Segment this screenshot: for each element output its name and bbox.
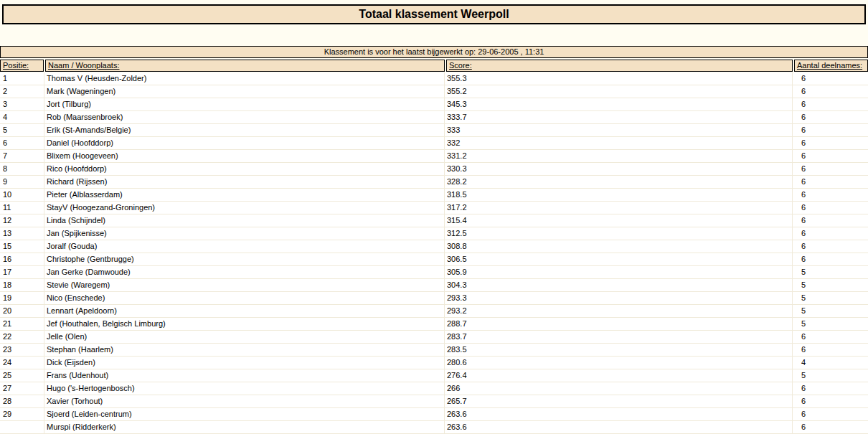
cell-score: 265.7: [445, 395, 793, 407]
cell-positie: 18: [0, 279, 44, 291]
cell-positie: 16: [0, 253, 44, 265]
cell-deelnames: 6: [793, 331, 868, 343]
cell-deelnames: 6: [793, 421, 868, 433]
cell-positie: 22: [0, 331, 44, 343]
cell-positie: 7: [0, 150, 44, 162]
cell-positie: 5: [0, 124, 44, 136]
cell-naam: Hugo ('s-Hertogenbosch): [44, 382, 445, 395]
cell-deelnames: 5: [793, 318, 868, 330]
cell-naam: Xavier (Torhout): [44, 395, 445, 407]
cell-score: 328.2: [445, 176, 793, 188]
cell-positie: 17: [0, 266, 44, 278]
cell-score: 283.5: [445, 344, 793, 356]
table-row: 27Hugo ('s-Hertogenbosch)2666: [0, 382, 868, 395]
cell-naam: Jan Gerke (Damwoude): [44, 266, 445, 278]
cell-deelnames: 6: [793, 202, 868, 214]
table-row: 4Rob (Maarssenbroek)333.76: [0, 111, 868, 124]
cell-score: 315.4: [445, 214, 793, 227]
cell-positie: 12: [0, 214, 44, 227]
cell-score: 355.2: [445, 85, 793, 98]
cell-score: 263.6: [445, 408, 793, 420]
table-row: 9Richard (Rijssen)328.26: [0, 176, 868, 189]
cell-positie: 29: [0, 408, 44, 420]
cell-positie: 11: [0, 202, 44, 214]
cell-score: 280.6: [445, 357, 793, 369]
cell-deelnames: 6: [793, 240, 868, 253]
cell-naam: Rico (Hoofddorp): [44, 163, 445, 175]
cell-score: 304.3: [445, 279, 793, 291]
cell-score: 305.9: [445, 266, 793, 278]
cell-naam: Pieter (Alblasserdam): [44, 189, 445, 201]
cell-score: 306.5: [445, 253, 793, 265]
column-header-positie[interactable]: Positie:: [0, 60, 44, 72]
table-row: 12Linda (Schijndel)315.46: [0, 214, 868, 227]
cell-naam: StayV (Hoogezand-Groningen): [44, 202, 445, 214]
cell-deelnames: 4: [793, 357, 868, 369]
cell-score: 288.7: [445, 318, 793, 330]
cell-positie: 6: [0, 137, 44, 149]
column-header-aantal-deelnames[interactable]: Aantal deelnames:: [794, 60, 868, 72]
cell-positie: 20: [0, 305, 44, 317]
cell-deelnames: 6: [793, 124, 868, 136]
cell-deelnames: 6: [793, 137, 868, 149]
column-header-naam-woonplaats[interactable]: Naam / Woonplaats:: [45, 60, 445, 72]
cell-naam: Blixem (Hoogeveen): [44, 150, 445, 162]
cell-deelnames: 6: [793, 176, 868, 188]
cell-score: 263.6: [445, 421, 793, 433]
cell-naam: Mark (Wageningen): [44, 85, 445, 98]
table-row: 23Stephan (Haarlem)283.56: [0, 344, 868, 357]
cell-score: 333.7: [445, 111, 793, 123]
page-title: Totaal klassement Weerpoll: [2, 4, 866, 24]
table-row: 20Lennart (Apeldoorn)293.25: [0, 305, 868, 318]
table-row: 21Jef (Houthalen, Belgisch Limburg)288.7…: [0, 318, 868, 331]
cell-naam: Christophe (Gentbrugge): [44, 253, 445, 265]
table-row: 11StayV (Hoogezand-Groningen)317.26: [0, 202, 868, 214]
cell-naam: Daniel (Hoofddorp): [44, 137, 445, 149]
table-row: 16Christophe (Gentbrugge)306.56: [0, 253, 868, 266]
cell-score: 330.3: [445, 163, 793, 175]
cell-score: 332: [445, 137, 793, 149]
cell-score: 317.2: [445, 202, 793, 214]
table-row: 22Jelle (Olen)283.76: [0, 331, 868, 344]
cell-positie: 27: [0, 382, 44, 395]
cell-naam: Erik (St-Amands/Belgie): [44, 124, 445, 136]
table-row: 2Mark (Wageningen)355.26: [0, 85, 868, 98]
column-header-score[interactable]: Score:: [446, 60, 793, 72]
table-body: 1Thomas V (Heusden-Zolder)355.362Mark (W…: [0, 72, 868, 434]
cell-deelnames: 6: [793, 408, 868, 420]
cell-naam: Sjoerd (Leiden-centrum): [44, 408, 445, 420]
cell-naam: Jef (Houthalen, Belgisch Limburg): [44, 318, 445, 330]
cell-score: 355.3: [445, 72, 793, 85]
cell-positie: 4: [0, 111, 44, 123]
table-row: 5Erik (St-Amands/Belgie)3336: [0, 124, 868, 137]
cell-positie: 10: [0, 189, 44, 201]
table-row: 18Stevie (Waregem)304.35: [0, 279, 868, 292]
cell-score: 308.8: [445, 240, 793, 253]
cell-deelnames: 5: [793, 305, 868, 317]
cell-positie: 9: [0, 176, 44, 188]
cell-naam: Frans (Udenhout): [44, 369, 445, 382]
cell-naam: Lennart (Apeldoorn): [44, 305, 445, 317]
cell-deelnames: 6: [793, 72, 868, 85]
table-row: 10Pieter (Alblasserdam)318.56: [0, 189, 868, 202]
cell-deelnames: 6: [793, 253, 868, 265]
cell-deelnames: 6: [793, 150, 868, 162]
table-row: 17Jan Gerke (Damwoude)305.95: [0, 266, 868, 279]
cell-score: 312.5: [445, 227, 793, 240]
cell-score: 293.2: [445, 305, 793, 317]
table-row: 3Jort (Tilburg)345.36: [0, 98, 868, 111]
cell-positie: 3: [0, 98, 44, 110]
cell-deelnames: 6: [793, 85, 868, 98]
cell-positie: 21: [0, 318, 44, 330]
cell-naam: Jort (Tilburg): [44, 98, 445, 110]
cell-score: 333: [445, 124, 793, 136]
cell-deelnames: 6: [793, 382, 868, 395]
cell-score: 318.5: [445, 189, 793, 201]
cell-deelnames: 6: [793, 98, 868, 110]
table-row: 19Nico (Enschede)293.35: [0, 292, 868, 305]
cell-deelnames: 6: [793, 163, 868, 175]
cell-positie: [0, 421, 44, 433]
cell-deelnames: 6: [793, 189, 868, 201]
cell-naam: Dick (Eijsden): [44, 357, 445, 369]
cell-deelnames: 6: [793, 111, 868, 123]
